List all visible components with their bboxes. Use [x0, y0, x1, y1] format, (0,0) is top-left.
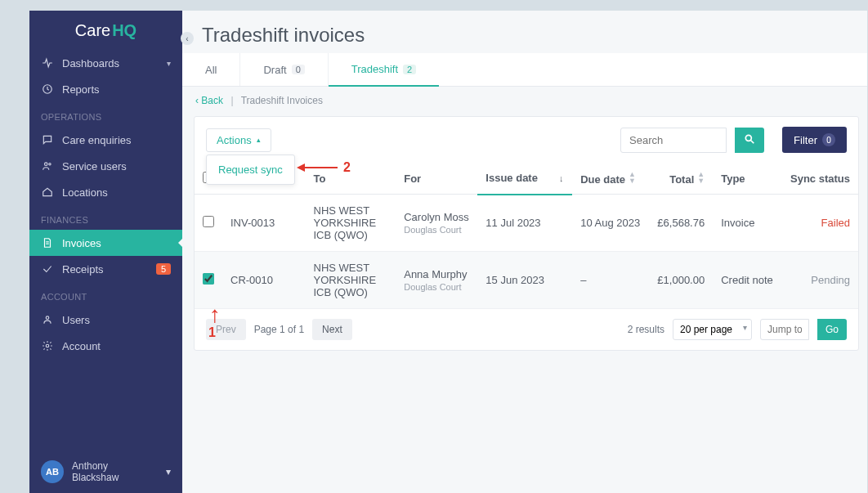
brand-logo: CareHQ	[29, 11, 182, 50]
avatar: AB	[41, 460, 64, 483]
cell-to: NHS WEST YORKSHIRE ICB (QWO)	[306, 252, 396, 309]
current-user[interactable]: AB Anthony Blackshaw ▾	[29, 450, 182, 493]
per-page-select[interactable]: 20 per page	[673, 319, 752, 340]
sidebar-item-users[interactable]: Users	[29, 307, 182, 333]
sidebar-item-account[interactable]: Account	[29, 333, 182, 359]
sidebar-item-locations[interactable]: Locations	[29, 179, 182, 205]
sidebar-item-invoices[interactable]: Invoices	[29, 230, 182, 256]
prev-button[interactable]: Prev	[206, 319, 246, 340]
cell-invoice-no: INV-0013	[222, 195, 306, 252]
cell-due-date: 10 Aug 2023	[572, 195, 649, 252]
sidebar-item-label: Locations	[62, 186, 108, 199]
row-checkbox[interactable]	[203, 216, 214, 227]
cell-sync-status: Pending	[781, 252, 858, 309]
invoice-panel: Actions ▴ Request sync Filter 0	[194, 116, 859, 351]
breadcrumb-current: Tradeshift Invoices	[241, 95, 323, 106]
cell-for: Anna MurphyDouglas Court	[396, 252, 477, 309]
cell-total: £1,000.00	[649, 252, 713, 309]
brand-suffix: HQ	[112, 21, 136, 40]
filter-count: 0	[822, 133, 835, 146]
chevron-left-icon: ‹	[186, 34, 188, 43]
section-operations: OPERATIONS	[29, 102, 182, 127]
table-row[interactable]: INV-0013NHS WEST YORKSHIRE ICB (QWO)Caro…	[195, 195, 858, 252]
table-row[interactable]: CR-0010NHS WEST YORKSHIRE ICB (QWO)Anna …	[195, 252, 858, 309]
tab-tradeshift[interactable]: Tradeshift2	[329, 53, 439, 87]
tab-count: 2	[403, 65, 416, 74]
sidebar-item-receipts[interactable]: Receipts 5	[29, 256, 182, 282]
svg-point-5	[46, 316, 49, 320]
message-icon	[41, 133, 54, 146]
sidebar-item-label: Reports	[62, 83, 100, 96]
pager: Prev Page 1 of 1 Next 2 results 20 per p…	[195, 309, 858, 350]
results-count: 2 results	[628, 324, 664, 335]
activity-icon	[41, 56, 54, 69]
app-root: CareHQ Dashboards ▾ Reports OPERATIONS C…	[29, 11, 867, 493]
sidebar-item-dashboards[interactable]: Dashboards ▾	[29, 50, 182, 76]
person-icon	[41, 313, 54, 326]
invoice-table: Invoice no.▲▼ To For Issue date↓ Due dat…	[195, 163, 858, 309]
search-icon	[744, 133, 755, 147]
sidebar-item-label: Invoices	[62, 237, 101, 249]
cell-to: NHS WEST YORKSHIRE ICB (QWO)	[306, 195, 396, 252]
sidebar-item-label: Receipts	[62, 263, 104, 276]
col-due-date[interactable]: Due date▲▼	[572, 163, 649, 195]
tab-label: Draft	[263, 64, 286, 76]
sidebar-item-label: Service users	[62, 160, 127, 173]
cell-type: Credit note	[713, 252, 781, 309]
tab-count: 0	[292, 65, 305, 74]
col-to: To	[306, 163, 396, 195]
cell-invoice-no: CR-0010	[222, 252, 306, 309]
badge: 5	[156, 263, 171, 275]
actions-menu: Request sync	[206, 155, 295, 185]
svg-line-8	[751, 140, 754, 143]
sort-icon: ▲▼	[629, 171, 636, 184]
sidebar-item-label: Care enquiries	[62, 134, 132, 146]
per-page-select-wrap: 20 per page	[673, 319, 752, 340]
sidebar-item-service-users[interactable]: Service users	[29, 153, 182, 179]
toolbar: Actions ▴ Request sync Filter 0	[195, 117, 858, 163]
cell-issue-date: 11 Jul 2023	[477, 195, 572, 252]
next-button[interactable]: Next	[312, 319, 352, 340]
svg-point-6	[46, 344, 49, 347]
sort-icon: ▲▼	[697, 171, 705, 184]
chevron-down-icon: ▾	[166, 466, 171, 477]
cell-total: £6,568.76	[649, 195, 713, 252]
tab-draft[interactable]: Draft0	[240, 53, 328, 86]
section-finances: FINANCES	[29, 205, 182, 230]
cell-issue-date: 15 Jun 2023	[477, 252, 572, 309]
svg-point-2	[49, 164, 51, 165]
cell-for: Carolyn MossDouglas Court	[396, 195, 477, 252]
back-label: Back	[201, 95, 223, 106]
filter-button[interactable]: Filter 0	[782, 127, 847, 153]
search-button[interactable]	[735, 128, 764, 153]
tab-all[interactable]: All	[182, 53, 240, 86]
receipt-icon	[41, 262, 54, 276]
breadcrumb: ‹ Back | Tradeshift Invoices	[182, 87, 867, 106]
collapse-sidebar-button[interactable]: ‹	[181, 32, 194, 45]
main: ‹ Tradeshift invoices All Draft0 Tradesh…	[182, 11, 867, 493]
back-link[interactable]: ‹ Back	[195, 95, 223, 106]
filter-label: Filter	[794, 134, 817, 146]
row-checkbox[interactable]	[203, 273, 214, 285]
cell-due-date: –	[572, 252, 649, 309]
col-issue-date[interactable]: Issue date↓	[477, 163, 572, 195]
document-icon	[41, 236, 54, 249]
cell-sync-status: Failed	[781, 195, 858, 252]
tabs: All Draft0 Tradeshift2	[182, 53, 867, 87]
search-input[interactable]	[620, 128, 727, 153]
sidebar-item-reports[interactable]: Reports	[29, 76, 182, 102]
gear-icon	[41, 339, 54, 352]
go-button[interactable]: Go	[817, 319, 847, 340]
sidebar-item-care-enquiries[interactable]: Care enquiries	[29, 127, 182, 153]
tab-label: All	[205, 64, 217, 76]
page-text: Page 1 of 1	[254, 324, 304, 335]
sidebar-item-label: Users	[62, 314, 90, 326]
col-total[interactable]: Total▲▼	[649, 163, 713, 195]
jump-input[interactable]	[760, 319, 809, 340]
chevron-down-icon: ▾	[167, 59, 171, 68]
col-type: Type	[713, 163, 781, 195]
page-title: Tradeshift invoices	[202, 24, 365, 47]
actions-button[interactable]: Actions ▴	[206, 128, 271, 152]
menu-item-request-sync[interactable]: Request sync	[207, 159, 294, 181]
user-name: Anthony Blackshaw	[72, 460, 119, 483]
